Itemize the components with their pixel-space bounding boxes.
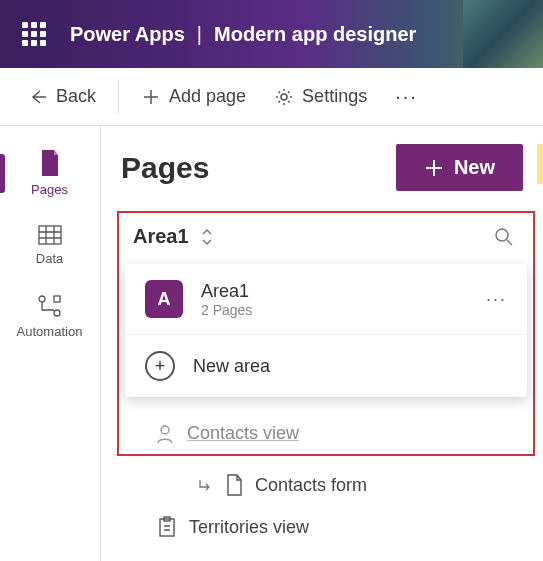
new-button[interactable]: New: [396, 144, 523, 191]
toolbar: Back Add page Settings ···: [0, 68, 543, 126]
nav-pages-label: Pages: [31, 182, 68, 197]
form-icon: [225, 474, 243, 496]
table-icon: [38, 225, 62, 245]
settings-label: Settings: [302, 86, 367, 107]
svg-point-0: [281, 94, 287, 100]
add-page-label: Add page: [169, 86, 246, 107]
clipboard-icon: [157, 516, 177, 538]
settings-button[interactable]: Settings: [264, 80, 377, 113]
search-icon[interactable]: [493, 226, 515, 248]
plus-icon: [141, 87, 161, 107]
back-button[interactable]: Back: [18, 80, 106, 113]
main-panel: Pages New Area1: [100, 126, 543, 561]
area-label: Area1: [133, 225, 189, 248]
svg-point-2: [39, 296, 45, 302]
toolbar-divider: [118, 80, 119, 114]
nav-automation[interactable]: Automation: [0, 280, 99, 353]
header-decorative-image: [463, 0, 543, 68]
app-header: Power Apps|Modern app designer: [0, 0, 543, 68]
area-dropdown: A Area1 2 Pages ··· + New area: [125, 264, 527, 397]
app-title: Power Apps|Modern app designer: [70, 23, 416, 46]
toolbar-more-button[interactable]: ···: [385, 79, 428, 114]
left-nav: Pages Data Automation: [0, 126, 100, 561]
area-dropdown-item[interactable]: A Area1 2 Pages ···: [125, 264, 527, 335]
area-item-more[interactable]: ···: [486, 289, 507, 310]
arrow-left-icon: [28, 87, 48, 107]
svg-rect-1: [39, 226, 61, 244]
add-page-button[interactable]: Add page: [131, 80, 256, 113]
chevron-updown-icon: [199, 227, 215, 247]
tree-contacts-view[interactable]: Contacts view: [155, 413, 533, 454]
hint-strip: [537, 144, 543, 184]
nav-pages[interactable]: Pages: [0, 136, 99, 211]
waffle-icon[interactable]: [16, 16, 52, 52]
svg-point-6: [161, 426, 169, 434]
tree-contacts-form[interactable]: Contacts form: [157, 464, 523, 506]
area-badge: A: [145, 280, 183, 318]
plus-circle-icon: +: [145, 351, 175, 381]
new-area-label: New area: [193, 356, 270, 377]
back-label: Back: [56, 86, 96, 107]
svg-point-5: [496, 229, 508, 241]
new-button-label: New: [454, 156, 495, 179]
area-item-title: Area1: [201, 281, 468, 302]
page-title: Pages: [121, 151, 209, 185]
svg-point-3: [54, 310, 60, 316]
nav-data[interactable]: Data: [0, 211, 99, 280]
gear-icon: [274, 87, 294, 107]
area-selector[interactable]: Area1: [119, 213, 533, 260]
tree-label: Contacts form: [255, 475, 367, 496]
subitem-arrow-icon: [197, 477, 213, 493]
tree-label: Territories view: [189, 517, 309, 538]
new-area-button[interactable]: + New area: [125, 335, 527, 397]
nav-automation-label: Automation: [17, 324, 83, 339]
flow-icon: [37, 294, 63, 318]
plus-icon: [424, 158, 444, 178]
person-icon: [155, 424, 175, 444]
nav-data-label: Data: [36, 251, 63, 266]
highlighted-region: Area1 A Area1 2 Pages ···: [117, 211, 535, 456]
tree-label: Contacts view: [187, 423, 299, 444]
area-item-sub: 2 Pages: [201, 302, 468, 318]
tree-territories-view[interactable]: Territories view: [157, 506, 523, 548]
svg-rect-4: [54, 296, 60, 302]
page-icon: [39, 150, 61, 176]
